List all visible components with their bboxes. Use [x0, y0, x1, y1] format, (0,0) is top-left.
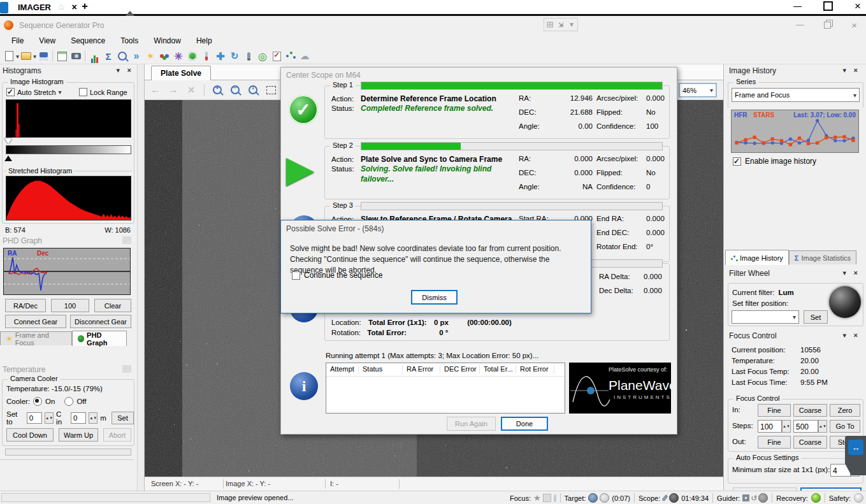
selection-rect-icon[interactable]: [264, 83, 278, 97]
equipment-gears-icon[interactable]: ✳: [171, 50, 185, 63]
run-sequence-icon[interactable]: »: [129, 50, 143, 63]
phd-header-box[interactable]: [122, 236, 131, 244]
auto-stretch-checkbox[interactable]: [6, 88, 15, 96]
app-close-button[interactable]: ×: [851, 22, 857, 29]
dismiss-button[interactable]: Dismiss: [411, 290, 458, 305]
disconnect-gear-button[interactable]: Disconnect Gear: [70, 315, 131, 328]
menu-sequence[interactable]: Sequence: [63, 34, 113, 47]
frame-focus-sun-icon[interactable]: ☀: [143, 50, 157, 63]
highlight-marker-icon[interactable]: [4, 155, 12, 161]
zoom-level-dropdown[interactable]: 46% ▾: [679, 83, 717, 97]
app-minimize-button[interactable]: —: [796, 20, 804, 29]
histogram-icon[interactable]: [87, 50, 101, 63]
connect-gear-button[interactable]: Connect Gear: [5, 315, 66, 328]
phd-clear-button[interactable]: Clear: [94, 299, 131, 312]
focus-in-fine-button[interactable]: Fine: [758, 404, 791, 417]
nav-back-icon[interactable]: ←: [148, 83, 162, 97]
continue-sequence-checkbox[interactable]: [292, 271, 300, 280]
menu-tools[interactable]: Tools: [113, 34, 146, 47]
browser-tab-imager[interactable]: IMAGER ☆ ×: [13, 0, 82, 14]
browser-minimize-button[interactable]: —: [793, 1, 802, 11]
microphone-icon[interactable]: [242, 50, 256, 63]
cooler-setpoint-input[interactable]: 0: [27, 412, 43, 424]
steps-coarse-stepper[interactable]: ▲▼: [818, 420, 827, 433]
phd-100-button[interactable]: 100: [51, 299, 89, 312]
cooler-setpoint-stepper[interactable]: ▲▼: [45, 412, 54, 424]
tab-phd-graph[interactable]: PHD Graph: [72, 331, 127, 346]
close-panel-icon[interactable]: ×: [127, 66, 131, 74]
menu-view[interactable]: View: [31, 34, 63, 47]
nav-stop-icon[interactable]: ✕: [184, 83, 198, 97]
attempts-table[interactable]: Attempt Status RA Error DEC Error Total …: [326, 363, 565, 414]
browser-maximize-button[interactable]: [823, 1, 833, 11]
stretch-gradient-bar[interactable]: [6, 145, 131, 154]
auto-stretch-dropdown-icon[interactable]: ▾: [59, 89, 62, 96]
collapse-icon[interactable]: ▾: [116, 66, 120, 75]
close-panel-icon[interactable]: ×: [854, 331, 858, 339]
focus-out-fine-button[interactable]: Fine: [758, 436, 791, 449]
col-attempt[interactable]: Attempt: [326, 365, 359, 374]
new-sequence-icon[interactable]: [2, 50, 16, 63]
nav-forward-icon[interactable]: →: [166, 83, 180, 97]
sequencer-window-icon[interactable]: [55, 50, 69, 63]
filter-position-dropdown[interactable]: ▾: [732, 310, 799, 324]
cooler-on-radio[interactable]: [33, 397, 42, 406]
run-again-button[interactable]: Run Again: [447, 417, 496, 431]
chevron-down-icon[interactable]: ▼: [568, 21, 575, 28]
menu-help[interactable]: Help: [189, 34, 220, 47]
menu-file[interactable]: File: [4, 34, 31, 47]
collapse-icon[interactable]: ▾: [842, 269, 846, 277]
zoom-actual-icon[interactable]: 1: [246, 83, 260, 97]
close-panel-icon[interactable]: ×: [854, 269, 858, 277]
tab-plate-solve[interactable]: Plate Solve: [151, 66, 211, 80]
image-history-plot-icon[interactable]: [284, 50, 298, 63]
browser-close-button[interactable]: ×: [855, 2, 861, 10]
close-panel-icon[interactable]: ×: [854, 66, 858, 74]
save-icon[interactable]: [36, 50, 50, 63]
steps-fine-input[interactable]: 100: [758, 420, 782, 433]
sync-icon[interactable]: ↻: [227, 50, 242, 63]
teamviewer-icon[interactable]: ↔: [848, 440, 863, 455]
checklist-icon[interactable]: ✓: [270, 50, 284, 63]
tab-image-history[interactable]: Image History: [725, 250, 789, 265]
zoom-out-icon[interactable]: −: [228, 83, 242, 97]
remote-toolbar[interactable]: ⇲ ▼: [544, 18, 578, 31]
phd-radec-button[interactable]: RA/Dec: [5, 299, 46, 312]
app-restore-button[interactable]: [824, 22, 831, 29]
series-dropdown[interactable]: Frame and Focus ▾: [732, 88, 860, 102]
new-tab-button[interactable]: +: [82, 0, 88, 13]
move-scope-icon[interactable]: ✚: [213, 50, 227, 63]
open-folder-icon[interactable]: [19, 50, 33, 63]
col-total-error[interactable]: Total Er...: [480, 365, 516, 374]
focus-goto-button[interactable]: Go To: [830, 420, 860, 433]
search-icon[interactable]: [115, 50, 129, 63]
warm-up-button[interactable]: Warm Up: [59, 428, 98, 442]
tab-image-statistics[interactable]: Σ Image Statistics: [789, 250, 856, 264]
focus-in-coarse-button[interactable]: Coarse: [793, 404, 827, 417]
abort-button[interactable]: Abort: [103, 428, 131, 442]
expand-icon[interactable]: ⇲: [558, 22, 563, 28]
col-rot-error[interactable]: Rot Error: [516, 365, 554, 374]
steps-coarse-input[interactable]: 500: [793, 420, 818, 433]
cooler-off-radio[interactable]: [64, 397, 73, 406]
temperature-icon[interactable]: [199, 50, 213, 63]
temperature-header-box[interactable]: [122, 365, 131, 373]
cooler-minutes-input[interactable]: 0: [71, 412, 87, 424]
cool-down-button[interactable]: Cool Down: [6, 428, 54, 442]
focus-zero-button[interactable]: Zero: [830, 404, 860, 417]
focus-out-coarse-button[interactable]: Coarse: [793, 436, 827, 449]
lock-range-checkbox[interactable]: [79, 88, 87, 96]
cooler-minutes-stepper[interactable]: ▲▼: [89, 412, 97, 424]
collapse-icon[interactable]: ▾: [842, 331, 846, 340]
menu-window[interactable]: Window: [146, 34, 189, 47]
shadow-marker-icon[interactable]: [4, 138, 12, 144]
statistics-sigma-icon[interactable]: Σ: [101, 50, 115, 63]
grid-icon[interactable]: [547, 22, 553, 28]
tab-close-icon[interactable]: ×: [72, 2, 77, 12]
cooler-set-button[interactable]: Set: [112, 412, 134, 424]
guide-icon[interactable]: [185, 50, 199, 63]
tab-frame-and-focus[interactable]: ☀ Frame and Focus: [0, 331, 72, 345]
panel-divider-left[interactable]: [137, 64, 145, 491]
plate-solve-target-icon[interactable]: ◎: [256, 50, 270, 63]
steps-fine-stepper[interactable]: ▲▼: [782, 420, 791, 433]
